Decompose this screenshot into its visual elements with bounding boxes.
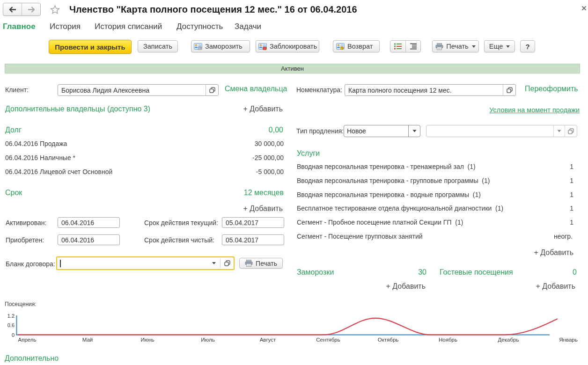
svg-text:Апрель: Апрель: [18, 337, 36, 343]
svg-text:Январь: Январь: [559, 337, 577, 343]
svg-text:0.6: 0.6: [7, 322, 15, 328]
svg-text:Октябрь: Октябрь: [378, 337, 399, 343]
svg-text:Сентябрь: Сентябрь: [316, 337, 340, 343]
svg-text:0: 0: [12, 332, 15, 338]
svg-text:1.2: 1.2: [7, 313, 15, 319]
svg-text:Июль: Июль: [201, 337, 214, 343]
svg-text:Ноябрь: Ноябрь: [439, 337, 457, 343]
svg-text:Май: Май: [82, 337, 93, 343]
svg-text:Декабрь: Декабрь: [498, 337, 519, 343]
svg-text:Август: Август: [260, 337, 276, 343]
svg-text:Июнь: Июнь: [140, 337, 154, 343]
